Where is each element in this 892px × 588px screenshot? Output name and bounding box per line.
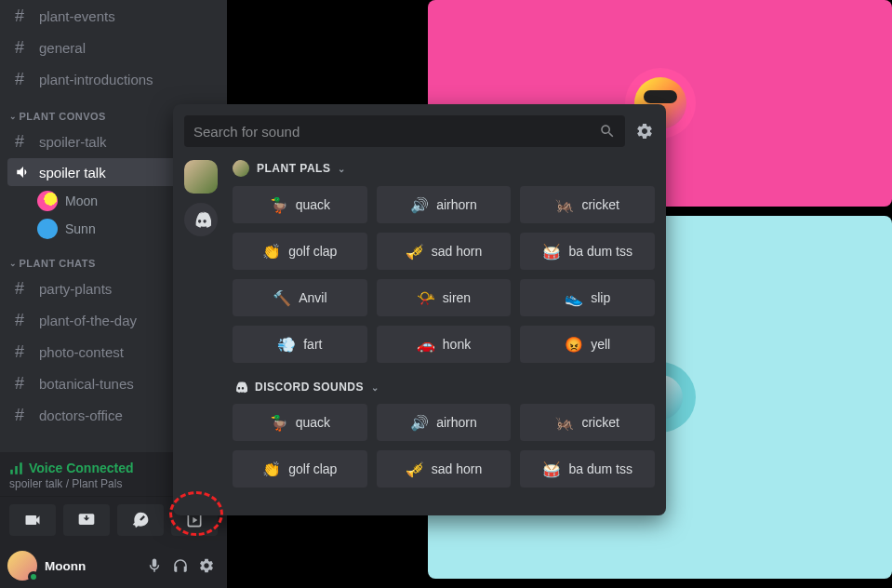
svg-rect-2 [20,462,22,474]
sound-group-header[interactable]: DISCORD SOUNDS⌄ [233,380,655,394]
mute-button[interactable] [141,553,167,579]
search-input[interactable] [193,124,599,140]
sound-button[interactable]: 🦆quack [233,186,367,223]
svg-rect-0 [10,469,13,474]
sound-button[interactable]: 🦗cricket [520,404,655,441]
user-avatar[interactable] [7,551,37,581]
sound-emoji: 👏 [262,243,281,261]
sound-button[interactable]: 🎺sad horn [377,233,512,270]
channel-name: plant-of-the-day [39,313,137,328]
username[interactable]: Moonn [45,559,141,573]
channel-name: spoiler-talk [39,134,107,150]
sound-label: cricket [581,197,619,212]
sound-emoji: 🔨 [273,289,291,307]
sound-group-header[interactable]: PLANT PALS⌄ [233,160,655,177]
sound-label: airhorn [436,197,477,212]
sound-button[interactable]: 👏golf clap [233,233,367,270]
camera-icon [23,511,42,529]
gear-icon [198,557,215,574]
hash-icon: # [15,279,32,299]
sound-label: quack [296,415,330,430]
sound-label: airhorn [436,415,477,430]
avatar [37,191,58,211]
discord-icon [191,209,211,230]
soundboard-panel: PLANT PALS⌄🦆quack🔊airhorn🦗cricket👏golf c… [173,104,666,515]
hash-icon: # [15,311,32,330]
sound-button[interactable]: 📯siren [377,279,512,316]
sound-label: cricket [581,415,619,430]
status-online-icon [28,571,39,582]
sound-emoji: 🎺 [406,243,424,261]
hash-icon: # [15,406,32,425]
sound-button[interactable]: 🔊airhorn [377,186,512,223]
screen-share-icon [77,511,96,529]
hash-icon: # [15,342,32,362]
sound-emoji: 🦗 [555,414,574,432]
search-icon [599,123,616,140]
server-icon-discord[interactable] [184,203,218,236]
voice-connected-status[interactable]: Voice Connected [9,461,134,475]
gear-icon [635,122,654,140]
channel-name: photo-contest [39,344,124,360]
sound-button[interactable]: 🥁ba dum tss [520,450,655,488]
channel-item[interactable]: #general [7,33,220,63]
svg-rect-1 [15,466,18,474]
sound-emoji: 👏 [262,461,281,478]
sound-button[interactable]: 🥁ba dum tss [520,233,655,270]
sound-label: sad horn [432,244,482,259]
channel-name: doctors-office [39,408,123,423]
channel-name: general [39,40,86,56]
group-title: PLANT PALS [257,162,330,175]
sound-button[interactable]: 🔨Anvil [233,279,367,316]
sound-label: golf clap [288,461,337,476]
channel-name: spoiler talk [39,165,106,180]
sound-button[interactable]: 😡yell [520,326,655,363]
sound-emoji: 🦆 [270,414,288,432]
rocket-icon [131,511,150,529]
channel-name: plant-events [39,8,115,24]
sound-emoji: 🥁 [542,243,561,261]
sound-button[interactable]: 👏golf clap [233,450,367,488]
hash-icon: # [15,132,32,152]
hash-icon: # [15,7,32,26]
deafen-button[interactable] [167,553,193,579]
sound-label: siren [443,290,471,305]
soundboard-settings-button[interactable] [634,121,655,141]
sound-button[interactable]: 🎺sad horn [377,450,512,488]
hash-icon: # [15,38,32,58]
screen-share-button[interactable] [63,504,110,536]
activity-button[interactable] [117,504,164,536]
sound-button[interactable]: 👟slip [520,279,655,316]
server-avatar [233,160,249,177]
sound-label: ba dum tss [568,461,632,476]
sound-button[interactable]: 💨fart [233,326,367,363]
headphones-icon [172,557,189,574]
sound-emoji: 🦗 [555,196,574,214]
sound-label: yell [591,337,610,352]
chevron-down-icon: ⌄ [371,382,379,393]
sound-label: ba dum tss [568,244,632,259]
category-label: PLANT CHATS [20,258,96,269]
user-settings-button[interactable] [193,553,220,579]
sound-label: honk [443,337,471,352]
user-name: Moon [65,194,98,208]
chevron-down-icon: ⌄ [9,259,18,268]
sound-emoji: 😡 [565,336,583,354]
sound-label: slip [591,290,610,305]
sound-label: Anvil [299,290,326,305]
channel-item[interactable]: #plant-events [7,1,220,32]
sound-button[interactable]: 🦆quack [233,404,367,441]
video-button[interactable] [9,504,56,536]
sound-emoji: 🚗 [417,336,435,354]
channel-item[interactable]: #plant-introductions [7,64,220,95]
sound-label: quack [296,197,330,212]
user-panel: Moonn [0,543,227,588]
discord-icon [233,380,247,394]
sound-emoji: 🎺 [406,461,424,478]
sound-button[interactable]: 🚗honk [377,326,512,363]
server-icon-plant-pals[interactable] [184,160,218,194]
hash-icon: # [15,70,32,89]
sound-button[interactable]: 🦗cricket [520,186,655,223]
sound-button[interactable]: 🔊airhorn [377,404,512,441]
search-input-wrapper[interactable] [184,115,625,147]
